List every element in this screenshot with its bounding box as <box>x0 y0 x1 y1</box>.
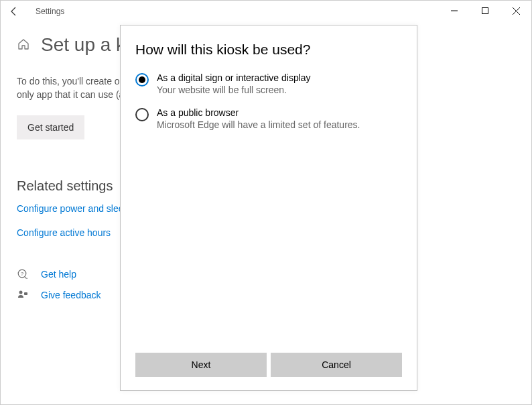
help-icon: ? <box>17 269 29 280</box>
maximize-icon <box>482 7 488 14</box>
feedback-icon <box>17 290 29 300</box>
svg-point-6 <box>19 290 23 294</box>
titlebar: Settings <box>1 1 531 22</box>
radio-indicator-selected <box>135 73 149 86</box>
get-started-button[interactable]: Get started <box>17 115 84 139</box>
home-icon <box>17 38 30 53</box>
option1-subtext: Your website will be full screen. <box>157 84 311 95</box>
option2-label: As a public browser <box>157 107 360 118</box>
radio-dot-icon <box>139 76 145 83</box>
svg-text:?: ? <box>20 271 23 277</box>
dialog-title: How will this kiosk be used? <box>135 42 402 58</box>
app-title: Settings <box>36 7 64 16</box>
option1-label: As a digital sign or interactive display <box>157 72 311 83</box>
radio-option-digital-sign[interactable]: As a digital sign or interactive display… <box>135 72 402 95</box>
close-icon <box>513 7 520 15</box>
minimize-icon <box>451 7 458 14</box>
radio-option-public-browser[interactable]: As a public browser Microsoft Edge will … <box>135 107 402 130</box>
svg-rect-1 <box>482 8 488 14</box>
radio-text: As a public browser Microsoft Edge will … <box>157 107 360 130</box>
back-button[interactable] <box>7 5 21 18</box>
radio-text: As a digital sign or interactive display… <box>157 72 311 95</box>
link-give-feedback[interactable]: Give feedback <box>41 290 101 300</box>
arrow-left-icon <box>9 6 19 17</box>
minimize-button[interactable] <box>439 1 470 21</box>
option2-subtext: Microsoft Edge will have a limited set o… <box>157 119 360 130</box>
maximize-button[interactable] <box>470 1 501 21</box>
kiosk-usage-dialog: How will this kiosk be used? As a digita… <box>120 25 417 391</box>
close-button[interactable] <box>501 1 531 21</box>
window-controls <box>439 1 531 21</box>
link-get-help[interactable]: Get help <box>41 269 76 280</box>
svg-rect-7 <box>24 292 27 295</box>
radio-indicator-unselected <box>135 108 149 121</box>
cancel-button[interactable]: Cancel <box>271 353 402 377</box>
dialog-button-row: Next Cancel <box>135 353 402 377</box>
next-button[interactable]: Next <box>135 353 267 377</box>
settings-window: Settings Set up a kiosk To do this, you'… <box>0 0 532 405</box>
